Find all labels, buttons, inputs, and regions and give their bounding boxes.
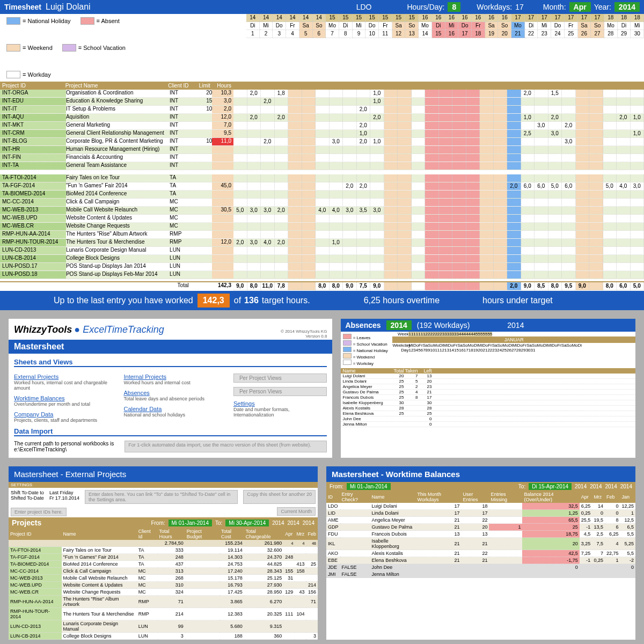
- link-settings[interactable]: Settings: [233, 400, 327, 407]
- project-row[interactable]: INT-MKTGeneral MarketingINT7,02,03,02,0: [0, 122, 644, 130]
- abs-title: Absences: [345, 321, 380, 330]
- import-note: For 1-click automated data import, use t…: [125, 441, 327, 452]
- project-row[interactable]: TA-FTOI-2014Fairy Tales on Ice TourTA: [0, 174, 644, 182]
- project-row[interactable]: INT-AQUAquisitionINT12,02,02,02,01,02,02…: [0, 114, 644, 122]
- project-row[interactable]: TA-FGF-2014"Fun 'n Games" Fair 2014TA45,…: [0, 182, 644, 191]
- ts-title: Timesheet: [4, 3, 41, 11]
- ext-to[interactable]: Mi 30-Apr-2014: [225, 519, 269, 526]
- project-row[interactable]: MC-WEB-2013Mobile Call Website RelaunchM…: [0, 207, 644, 215]
- project-row[interactable]: LUN-POSD.18POS Stand-up Displays Feb-Mar…: [0, 271, 644, 279]
- project-header: Project IDProject Name Client IDLimit Ho…: [0, 82, 233, 90]
- project-row[interactable]: MC-WEB.CRWebsite Change RequestsMC: [0, 223, 644, 231]
- ms-title: Mastersheet: [9, 340, 332, 354]
- project-row[interactable]: TA-BIOMED-2014BioMed 2014 ConferenceTA: [0, 191, 644, 199]
- wd-value: 17: [515, 3, 524, 11]
- project-row[interactable]: INT-CRMGeneral Client Relationship Manag…: [0, 130, 644, 138]
- project-row[interactable]: LUN-POSD.17POS Stand-up Displays Jan 201…: [0, 263, 644, 271]
- link-absences[interactable]: Absences: [123, 390, 217, 396]
- undertime: hours under target: [482, 296, 553, 305]
- yr-value[interactable]: 2014: [614, 2, 640, 12]
- project-row[interactable]: RMP-HUN-AA-2014The Hunters "Rise" Album …: [0, 231, 644, 239]
- project-rows: INT-ORGAOrganisation & CoordinationINT20…: [0, 90, 644, 279]
- mastersheet-card: WhizzyTools ● ExcelTimeTracking © 2014 W…: [9, 319, 332, 458]
- hpd-value[interactable]: 8: [448, 2, 460, 12]
- worked-hours: 142,3: [197, 294, 230, 308]
- project-row[interactable]: RMP-HUN-TOUR-2014The Hunters Tour & Merc…: [0, 239, 644, 247]
- hint-month: Current Month: [277, 507, 316, 516]
- link-company-data[interactable]: Company Data: [14, 411, 107, 418]
- ext-from[interactable]: Mi 01-Jan-2014: [169, 519, 212, 526]
- overtime: 6,25 hours overtime: [364, 296, 440, 305]
- ms-sheets-views: Sheets and Views: [14, 358, 327, 367]
- ts-legend: = National Holiday = Absent = Weekend = …: [0, 14, 246, 82]
- link-worktime-balances[interactable]: Worktime Balances: [14, 395, 107, 401]
- absences-card: Absences 2014 (192 Workdays) 2014 = Leav…: [341, 319, 635, 458]
- mon-label: Month:: [543, 3, 566, 11]
- wb-to[interactable]: Di 15-Apr-2014: [529, 483, 572, 490]
- brand: WhizzyTools: [14, 324, 72, 335]
- summary-bar: Up to the last entry you have worked 142…: [0, 291, 644, 310]
- project-row[interactable]: INT-EDUEducation & Knowledge SharingINT1…: [0, 98, 644, 106]
- hint-dates: Enter dates here. You can link "To" date…: [85, 490, 238, 504]
- hint-ids: Enter project IDs here.: [11, 508, 67, 516]
- project-row[interactable]: INT-HRHuman Resource Management (Hiring)…: [0, 146, 644, 154]
- wd-label: Workdays:: [477, 3, 512, 11]
- project-row[interactable]: INT-TAGeneral Team AssistanceINT: [0, 162, 644, 170]
- per-project-views[interactable]: Per Project Views: [233, 374, 327, 383]
- wb-from[interactable]: Mi 01-Jan-2014: [347, 483, 390, 490]
- timesheet-panel: Timesheet Luigi Dolani LDO Hours/Day: 8 …: [0, 0, 644, 310]
- project-row[interactable]: LUN-CD-2013Lunaris Corporate Design Manu…: [0, 247, 644, 255]
- yr-label: Year:: [594, 3, 611, 11]
- external-projects-card: Mastersheet - External Projects SETTINGS…: [9, 466, 318, 640]
- link-external-projects[interactable]: External Projects: [14, 374, 107, 380]
- ts-code: LDO: [356, 3, 372, 11]
- project-row[interactable]: LUN-CB-2014College Block DesignsLUN: [0, 255, 644, 263]
- link-calendar-data[interactable]: Calendar Data: [123, 406, 217, 412]
- wb-title: Mastersheet - Worktime Balances: [326, 466, 635, 482]
- timesheet-header: Timesheet Luigi Dolani LDO Hours/Day: 8 …: [0, 0, 644, 14]
- hpd-label: Hours/Day:: [407, 3, 444, 11]
- import-path: e:\ExcelTimeTracking\: [14, 447, 114, 452]
- per-person-views[interactable]: Per Person Views: [233, 387, 327, 396]
- ts-name: Luigi Dolani: [46, 2, 91, 12]
- project-row[interactable]: INT-ITIT Setup & ProblemsINT102,02,0: [0, 106, 644, 114]
- hint-copy: Copy this sheet for another 20: [243, 490, 316, 504]
- worktime-balances-card: Mastersheet - Worktime Balances From:Mi …: [326, 466, 635, 640]
- project-row[interactable]: MC-CC-2014Click & Call CampaignMC: [0, 199, 644, 207]
- mon-value[interactable]: Apr: [569, 2, 591, 12]
- project-row[interactable]: INT-FINFinancials & AccountingINT: [0, 154, 644, 162]
- total-row: Total 142,3 9,08,011,07,88,08,09,07,59,0…: [0, 281, 644, 291]
- calendar-header: 1414141414141515151515151516161616161616…: [246, 14, 644, 38]
- ext-title: Mastersheet - External Projects: [9, 466, 318, 482]
- ms-data-import: Data Import: [14, 427, 327, 436]
- link-internal-projects[interactable]: Internal Projects: [123, 374, 217, 380]
- abs-year[interactable]: 2014: [386, 320, 412, 330]
- project-row[interactable]: INT-BLOGCorporate Blog, PR & Content Mar…: [0, 138, 644, 146]
- project-row[interactable]: INT-ORGAOrganisation & CoordinationINT20…: [0, 90, 644, 98]
- wb-table: IDEntry Check?NameThis Month WorkdaysUse…: [326, 491, 635, 578]
- project-row[interactable]: MC-WEB.UPDWebsite Content & UpdatesMC: [0, 215, 644, 223]
- ext-table: Project IDNameClient IdTotal HoursProjec…: [9, 528, 318, 640]
- swatch-nh: [6, 17, 20, 25]
